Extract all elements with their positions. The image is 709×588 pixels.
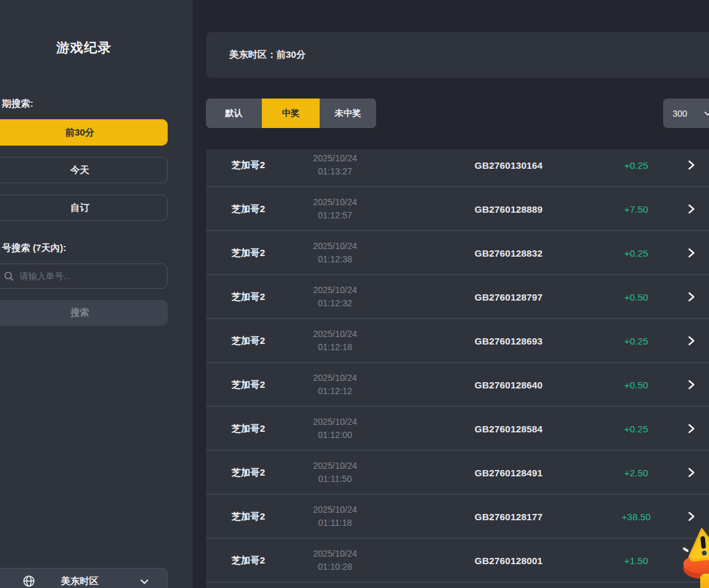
game-name: 芝加哥2 xyxy=(206,187,291,231)
records-table: 芝加哥2 2025/10/24 01:13:27 GB2760130164 +0… xyxy=(206,149,709,588)
record-datetime: 2025/10/24 01:10:28 xyxy=(286,538,384,582)
filter-tab-default[interactable]: 默认 xyxy=(206,99,262,128)
record-date: 2025/10/24 xyxy=(313,459,357,473)
order-id: GB2760130164 xyxy=(443,149,574,187)
record-date: 2025/10/24 xyxy=(313,328,357,341)
game-name: 芝加哥2 xyxy=(206,407,291,451)
game-name: 芝加哥2 xyxy=(206,319,291,363)
win-amount: +0.25 xyxy=(595,407,677,451)
win-amount: +2.50 xyxy=(595,451,677,494)
record-datetime: 2025/10/24 01:13:27 xyxy=(286,149,384,187)
order-id: GB2760128001 xyxy=(443,538,574,582)
record-datetime: 2025/10/24 01:12:32 xyxy=(286,275,384,319)
win-amount: +7.50 xyxy=(595,187,677,231)
record-date: 2025/10/24 xyxy=(313,196,357,209)
chevron-right-icon xyxy=(681,319,702,363)
win-amount: +0.25 xyxy=(595,231,677,275)
chevron-right-icon xyxy=(681,538,702,582)
win-amount: +0.50 xyxy=(595,275,677,319)
chevron-right-icon xyxy=(681,187,702,231)
record-datetime: 2025/10/24 01:12:00 xyxy=(286,407,384,451)
record-time: 01:11:50 xyxy=(318,473,352,486)
date-search-label: 期搜索: xyxy=(2,98,33,110)
chevron-down-icon xyxy=(703,109,709,118)
order-id: GB2760128889 xyxy=(443,187,574,231)
chevron-right-icon xyxy=(681,149,702,187)
record-row[interactable]: 芝加哥2 2025/10/24 01:12:32 GB2760128797 +0… xyxy=(206,275,709,319)
chevron-right-icon xyxy=(681,275,702,319)
record-row-partial[interactable] xyxy=(206,582,709,588)
order-id: GB2760128832 xyxy=(443,231,574,275)
record-datetime: 2025/10/24 01:12:57 xyxy=(286,187,384,231)
record-row[interactable]: 芝加哥2 2025/10/24 01:11:18 GB2760128177 +3… xyxy=(206,494,709,538)
record-datetime: 2025/10/24 01:11:50 xyxy=(286,451,384,494)
order-search-input[interactable] xyxy=(19,271,145,281)
order-id: GB2760128693 xyxy=(443,319,574,363)
record-date: 2025/10/24 xyxy=(313,152,357,165)
order-id: GB2760128797 xyxy=(443,275,574,319)
record-time: 01:10:28 xyxy=(318,560,352,574)
range-last30min-button[interactable]: 前30分 xyxy=(0,119,168,146)
game-name: 芝加哥2 xyxy=(206,231,291,275)
record-time: 01:12:12 xyxy=(318,385,352,398)
page-size-value: 300 xyxy=(673,109,687,119)
win-amount: +38.50 xyxy=(595,494,677,538)
order-id: GB2760128177 xyxy=(443,494,574,538)
game-name: 芝加哥2 xyxy=(206,494,291,538)
record-datetime: 2025/10/24 01:12:12 xyxy=(286,363,384,407)
record-datetime: 2025/10/24 01:11:18 xyxy=(286,494,384,538)
order-search-label: 号搜索 (7天內): xyxy=(2,242,67,254)
range-today-button[interactable]: 今天 xyxy=(0,157,168,183)
game-name: 芝加哥2 xyxy=(206,451,291,494)
page-title: 游戏纪录 xyxy=(0,39,168,56)
win-amount: +0.25 xyxy=(595,149,677,187)
filter-tab-lose[interactable]: 未中奖 xyxy=(320,99,376,128)
filter-tab-win[interactable]: 中奖 xyxy=(262,99,320,128)
record-time: 01:12:38 xyxy=(318,253,352,266)
record-date: 2025/10/24 xyxy=(313,284,357,297)
record-date: 2025/10/24 xyxy=(313,503,357,516)
record-row[interactable]: 芝加哥2 2025/10/24 01:12:18 GB2760128693 +0… xyxy=(206,319,709,363)
chevron-right-icon xyxy=(681,494,702,538)
record-time: 01:11:18 xyxy=(318,516,352,530)
globe-icon xyxy=(23,575,35,587)
record-time: 01:12:57 xyxy=(318,209,352,222)
record-time: 01:12:32 xyxy=(318,297,352,310)
record-datetime: 2025/10/24 01:12:38 xyxy=(286,231,384,275)
record-date: 2025/10/24 xyxy=(313,415,357,429)
timezone-selector[interactable]: 美东时区 xyxy=(0,568,168,588)
order-id: GB2760128491 xyxy=(443,451,574,494)
chevron-down-icon xyxy=(139,577,149,587)
search-button[interactable]: 搜索 xyxy=(0,300,168,326)
chevron-right-icon xyxy=(681,363,702,407)
record-date: 2025/10/24 xyxy=(313,372,357,385)
order-id: GB2760128640 xyxy=(443,363,574,407)
game-name: 芝加哥2 xyxy=(206,538,291,582)
record-time: 01:12:18 xyxy=(318,341,352,354)
game-name: 芝加哥2 xyxy=(206,363,291,407)
record-date: 2025/10/24 xyxy=(313,240,357,253)
record-row[interactable]: 芝加哥2 2025/10/24 01:12:57 GB2760128889 +7… xyxy=(206,187,709,231)
search-icon xyxy=(4,271,14,281)
game-name: 芝加哥2 xyxy=(206,275,291,319)
win-amount: +0.50 xyxy=(595,363,677,407)
chevron-right-icon xyxy=(681,231,702,275)
record-row[interactable]: 芝加哥2 2025/10/24 01:12:38 GB2760128832 +0… xyxy=(206,231,709,275)
filter-tabs: 默认 中奖 未中奖 xyxy=(206,99,376,128)
game-name: 芝加哥2 xyxy=(206,149,291,187)
order-id: GB2760128584 xyxy=(443,407,574,451)
record-date: 2025/10/24 xyxy=(313,547,357,560)
records-list: 芝加哥2 2025/10/24 01:13:27 GB2760130164 +0… xyxy=(206,149,709,588)
page-size-select[interactable]: 300 xyxy=(663,99,709,128)
order-search-box[interactable] xyxy=(0,264,168,289)
record-row[interactable]: 芝加哥2 2025/10/24 01:12:00 GB2760128584 +0… xyxy=(206,407,709,451)
record-row[interactable]: 芝加哥2 2025/10/24 01:10:28 GB2760128001 +1… xyxy=(206,538,709,582)
record-row[interactable]: 芝加哥2 2025/10/24 01:13:27 GB2760130164 +0… xyxy=(206,149,709,187)
range-custom-button[interactable]: 自订 xyxy=(0,195,168,221)
sidebar: 游戏纪录 期搜索: 前30分 今天 自订 号搜索 (7天內): 搜索 美东时区 xyxy=(0,0,193,588)
chevron-right-icon xyxy=(681,451,702,494)
record-row[interactable]: 芝加哥2 2025/10/24 01:12:12 GB2760128640 +0… xyxy=(206,363,709,407)
chevron-right-icon xyxy=(681,407,702,451)
record-time: 01:13:27 xyxy=(318,165,352,178)
record-row[interactable]: 芝加哥2 2025/10/24 01:11:50 GB2760128491 +2… xyxy=(206,451,709,494)
